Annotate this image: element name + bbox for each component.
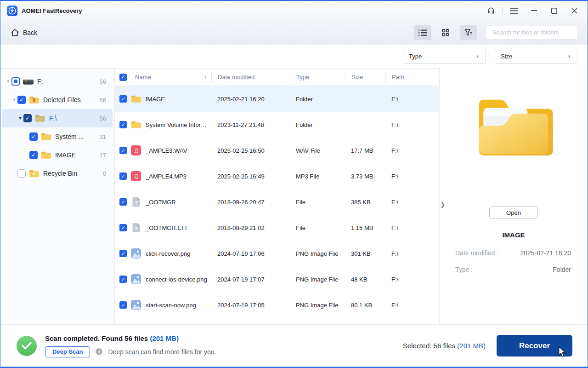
table-row[interactable]: ✓♫_AMPLE4.MP32025-02-25 16:49MP3 File3.7… [115,163,439,189]
search-box [486,26,577,40]
tree-checkbox[interactable]: ✓ [23,114,32,122]
row-checkbox[interactable]: ✓ [119,121,127,128]
row-checkbox[interactable]: ✓ [119,172,127,180]
table-row[interactable]: ✓?_OOTMGR2018-09-26 20:47File385 KBF:\ [115,189,439,215]
recover-button[interactable]: Recover [497,335,572,356]
expand-arrow-icon[interactable]: ▼ [11,98,17,102]
folder-preview-image [470,87,557,161]
file-date-modified: 2025-02-21 16:20 [211,96,290,103]
unknown-file-icon: ? [131,197,141,207]
headset-icon [487,6,495,15]
file-type: PNG Image File [290,250,345,257]
search-input[interactable] [492,29,573,36]
maximize-button[interactable] [547,4,561,17]
table-header: ✓ Name ↑ Date modified Type Size Path [115,69,439,86]
tree-checkbox[interactable]: ✓ [29,151,38,159]
select-all-checkbox[interactable]: ✓ [119,74,127,81]
file-path: F:\ [385,224,439,231]
svg-text:♫: ♫ [133,147,139,154]
file-name-cell: ✓connect-ios-device.png [115,274,211,284]
image-file-icon [131,248,141,259]
row-checkbox[interactable]: ✓ [119,276,127,283]
table-row[interactable]: ✓click-recover.png2024-07-19 17:06PNG Im… [115,241,439,266]
menu-button[interactable] [507,4,520,17]
minimize-button[interactable] [527,4,541,17]
row-checkbox[interactable]: ✓ [119,147,127,154]
tree-checkbox[interactable]: ✓ [17,96,26,104]
column-header-path[interactable]: Path [385,73,439,82]
tree-item-label: System ... [55,133,84,140]
table-row[interactable]: ✓System Volume Informati...2023-11-27 21… [115,112,439,138]
chevron-down-icon: ▼ [567,54,571,59]
collapse-panel-icon[interactable]: ❯ [441,201,445,208]
column-header-size[interactable]: Size [345,73,385,82]
selection-size: (201 MB) [457,342,486,350]
file-size: 3.73 MB [345,173,385,180]
row-checkbox[interactable]: ✓ [119,250,127,257]
status-bar: Scan completed. Found 56 files (201 MB) … [0,324,588,367]
filter-button[interactable] [460,25,477,40]
file-size: 1.15 MB [345,224,385,231]
tree-checkbox[interactable]: ✓ [29,132,38,141]
back-button[interactable]: Back [11,29,37,37]
row-checkbox[interactable]: ✓ [119,301,127,309]
audio-file-icon: ♫ [131,171,141,181]
file-name: System Volume Informati... [146,121,211,128]
size-filter-dropdown[interactable]: Size ▼ [495,49,577,64]
column-header-date-modified[interactable]: Date modified [211,73,290,82]
column-header-name[interactable]: ✓ Name ↑ [115,73,211,82]
folder-icon [131,120,141,130]
svg-text:?: ? [135,200,138,206]
table-row[interactable]: ✓?_OOTMGR.EFI2018-08-29 21:02File1.15 MB… [115,215,439,241]
tree-checkbox[interactable] [17,169,26,178]
row-checkbox[interactable]: ✓ [119,224,127,231]
preview-field-date-modified: Date modified : 2025-02-21 16:20 [455,249,571,257]
file-type: MP3 File [290,173,345,180]
filter-row: Type ▼ Size ▼ [0,45,588,68]
type-filter-dropdown[interactable]: Type ▼ [403,49,486,64]
tree-item-count: 56 [100,115,113,122]
sidebar-tree-item-f[interactable]: ▼✓F:\56 [2,109,113,127]
file-name-cell: ✓♫_AMPLE4.MP3 [115,171,211,181]
expand-arrow-icon[interactable]: ▼ [5,79,11,84]
row-checkbox[interactable]: ✓ [119,95,127,103]
sidebar-tree-item-recycle-bin[interactable]: Recycle Bin0 [2,164,113,183]
table-row[interactable]: ✓start-scan-now.png2024-07-19 17:05PNG I… [115,292,439,318]
toolbar: Back [0,20,588,45]
sidebar-tree-item-f[interactable]: ▼F:56 [2,72,113,91]
sidebar-tree-item-system[interactable]: ✓System ...31 [2,127,113,146]
file-name-cell: ✓start-scan-now.png [115,300,211,310]
support-headset-button[interactable] [484,4,498,17]
file-name: _OOTMGR.EFI [146,224,190,231]
file-date-modified: 2023-11-27 21:48 [211,121,290,128]
sidebar-tree-item-deleted-files[interactable]: ▼✓Deleted Files56 [2,91,113,109]
deep-scan-button[interactable]: Deep Scan [45,346,90,357]
sidebar-tree-item-image[interactable]: ✓IMAGE17 [2,146,113,164]
table-row[interactable]: ✓♫_AMPLE3.WAV2025-02-25 16:50WAV File17.… [115,138,439,163]
column-header-type[interactable]: Type [290,73,345,82]
file-type: File [290,224,345,231]
folder-recycle-icon [29,169,40,178]
file-type: WAV File [290,147,345,154]
preview-field-type: Type : Folder [455,266,571,273]
folder-deleted-icon [29,95,40,104]
expand-arrow-icon[interactable]: ▼ [17,116,23,121]
file-name-cell: ✓click-recover.png [115,248,211,259]
file-name: _AMPLE4.MP3 [146,173,189,180]
close-button[interactable] [567,4,581,17]
tree-item-label: F:\ [49,115,57,122]
tree-item-count: 31 [100,133,113,140]
row-checkbox[interactable]: ✓ [119,198,127,206]
sort-ascending-icon[interactable]: ↑ [204,74,207,80]
chevron-down-icon: ▼ [475,54,480,59]
file-table: ✓ Name ↑ Date modified Type Size Path ✓I… [115,68,439,324]
tree-checkbox[interactable] [11,77,20,86]
table-row[interactable]: ✓IMAGE2025-02-21 16:20FolderF:\ [115,86,439,112]
list-view-button[interactable] [414,25,431,40]
open-button[interactable]: Open [489,207,538,219]
svg-text:♫: ♫ [133,173,139,180]
grid-view-button[interactable] [437,25,454,40]
table-row[interactable]: ✓connect-ios-device.png2024-07-19 17:07P… [115,266,439,292]
file-size: 48 KB [345,276,385,283]
size-filter-label: Size [501,53,512,60]
